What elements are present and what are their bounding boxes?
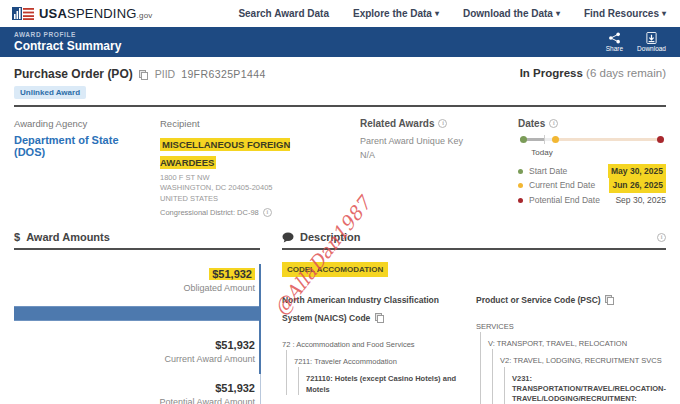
dates-label: Dates i: [518, 118, 666, 129]
current-award-amount-label: Current Award Amount: [14, 354, 255, 364]
psc-level-3: V231: TRANSPORTATION/TRAVEL/RELOCATION-T…: [512, 367, 666, 404]
parent-award-key-label: Parent Award Unique Key: [360, 134, 500, 148]
psc-section: Product or Service Code (PSC) SERVICES V…: [476, 289, 666, 404]
description-header: Description i: [282, 231, 666, 250]
psc-branch: V2: TRAVEL, LODGING, RECRUITMENT SVCS V2…: [492, 349, 666, 404]
speech-bubble-icon: [282, 232, 294, 243]
piid-label: PIID: [155, 68, 175, 80]
parent-award-key-value: N/A: [360, 148, 500, 162]
naics-level-2: 721110: Hotels (except Casino Hotels) an…: [306, 367, 458, 394]
start-date-row: Start Date May 30, 2025: [518, 164, 666, 178]
related-awards-section: Related Awards i Parent Award Unique Key…: [360, 118, 500, 217]
current-end-date-label: Current End Date: [529, 178, 595, 192]
district-text: Congressional District: DC-98: [160, 208, 259, 217]
timeline-current-end-dot: [552, 136, 559, 143]
award-amounts-header: $ Award Amounts: [14, 231, 260, 250]
current-end-date-bullet: [518, 183, 523, 188]
nav-find-resources[interactable]: Find Resources▾: [584, 8, 666, 19]
download-button[interactable]: Download: [637, 32, 666, 52]
nav-label: Download the Data: [463, 8, 553, 19]
naics-section: North American Industry Classification S…: [282, 289, 458, 404]
naics-title: North American Industry Classification S…: [282, 295, 439, 323]
today-label: Today: [531, 148, 666, 157]
current-end-date-value: Jun 26, 2025: [609, 178, 666, 192]
current-award-amount-group: $51,932 Current Award Amount: [14, 335, 260, 364]
copy-icon[interactable]: [605, 295, 613, 304]
dates-title: Dates: [518, 118, 545, 129]
related-awards-label: Related Awards i: [360, 118, 500, 129]
nav-search-award-data[interactable]: Search Award Data: [238, 8, 329, 19]
status-note: (6 days remain): [583, 67, 666, 79]
start-date-label: Start Date: [529, 164, 567, 178]
info-circle-icon[interactable]: i: [549, 119, 558, 128]
usaspending-logo[interactable]: USASPENDING.gov: [12, 6, 153, 21]
codes-grid: North American Industry Classification S…: [282, 289, 666, 404]
nav-items: Search Award Data Explore the Data▾ Down…: [238, 8, 666, 19]
chevron-down-icon: ▾: [662, 10, 666, 18]
timeline-potential-end-dot: [657, 136, 664, 143]
dates-section: Dates i Today Start Date May 30, 2025: [518, 118, 666, 217]
info-circle-icon[interactable]: i: [657, 233, 666, 242]
congressional-district: Congressional District: DC-98 i: [160, 208, 342, 217]
current-end-date-row: Current End Date Jun 26, 2025: [518, 178, 666, 192]
potential-award-amount-value: $51,932: [215, 382, 255, 394]
nav-label: Find Resources: [584, 8, 659, 19]
download-file-icon: [646, 32, 657, 44]
potential-award-amount-group: $51,932 Potential Award Amount: [14, 378, 260, 404]
naics-branch: 721110: Hotels (except Casino Hotels) an…: [298, 367, 458, 394]
award-description-text: CODEL ACCOMODATION: [282, 262, 388, 277]
top-nav: USASPENDING.gov Search Award Data Explor…: [0, 0, 680, 27]
amount-axis-line: [260, 374, 261, 404]
logo-spending: SPENDING: [67, 6, 137, 21]
description-section: Description i CODEL ACCOMODATION North A…: [282, 231, 666, 404]
nav-download-the-data[interactable]: Download the Data▾: [463, 8, 560, 19]
logo-usa: USA: [39, 6, 67, 21]
share-label: Share: [606, 45, 623, 52]
info-circle-icon[interactable]: i: [438, 119, 447, 128]
award-amounts-section: $ Award Amounts $51,932 Obligated Amount…: [14, 231, 260, 404]
share-button[interactable]: Share: [606, 32, 623, 52]
awarding-agency-section: Awarding Agency Department of State (DOS…: [14, 118, 142, 217]
page-title: Contract Summary: [14, 39, 121, 53]
address-line-1: 1800 F ST NW: [160, 173, 342, 184]
award-id-row: Purchase Order (PO) PIID 19FR6325P1444 U…: [14, 67, 666, 99]
psc-level-2: V2: TRAVEL, LODGING, RECRUITMENT SVCS: [500, 349, 666, 366]
recipient-section: Recipient MISCELLANEOUS FOREIGN AWARDEES…: [160, 118, 342, 217]
naics-level-0: 72 : Accommodation and Food Services: [282, 333, 458, 350]
overview-grid: Awarding Agency Department of State (DOS…: [14, 107, 666, 227]
copy-icon[interactable]: [139, 70, 147, 79]
award-status: In Progress (6 days remain): [520, 67, 666, 79]
address-line-3: UNITED STATES: [160, 194, 342, 205]
related-awards-title: Related Awards: [360, 118, 434, 129]
psc-branch: V231: TRANSPORTATION/TRAVEL/RELOCATION-T…: [504, 367, 666, 404]
obligated-amount-bar[interactable]: [14, 306, 260, 321]
timeline-today-tick: [544, 135, 545, 144]
award-id-left: Purchase Order (PO) PIID 19FR6325P1444 U…: [14, 67, 266, 99]
potential-end-date-row: Potential End Date Sep 30, 2025: [518, 193, 666, 207]
current-award-amount-value: $51,932: [215, 339, 255, 351]
recipient-label: Recipient: [160, 118, 342, 129]
copy-icon[interactable]: [375, 313, 383, 322]
header-actions: Share Download: [606, 32, 666, 52]
description-title: Description: [300, 231, 361, 243]
start-date-value: May 30, 2025: [608, 164, 666, 178]
dates-legend: Start Date May 30, 2025 Current End Date…: [518, 164, 666, 207]
info-circle-icon[interactable]: i: [263, 208, 272, 217]
potential-end-date-label: Potential End Date: [529, 193, 600, 207]
psc-title-row: Product or Service Code (PSC): [476, 289, 666, 307]
awarding-agency-link[interactable]: Department of State (DOS): [14, 134, 142, 158]
naics-level-1: 7211: Traveler Accommodation: [294, 350, 458, 367]
lower-section: $ Award Amounts $51,932 Obligated Amount…: [14, 231, 666, 404]
awarding-agency-label: Awarding Agency: [14, 118, 142, 129]
award-amounts-title: Award Amounts: [26, 231, 110, 243]
dollar-icon: $: [14, 231, 20, 243]
potential-award-amount-label: Potential Award Amount: [14, 397, 255, 404]
address-line-2: WASHINGTON, DC 20405-20405: [160, 183, 342, 194]
status-text: In Progress: [520, 67, 583, 79]
dates-timeline: [520, 134, 664, 148]
chevron-down-icon: ▾: [435, 10, 439, 18]
obligated-bar-marker: [259, 264, 261, 374]
recipient-address: 1800 F ST NW WASHINGTON, DC 20405-20405 …: [160, 173, 342, 206]
start-date-bullet: [518, 169, 523, 174]
nav-explore-the-data[interactable]: Explore the Data▾: [353, 8, 439, 19]
